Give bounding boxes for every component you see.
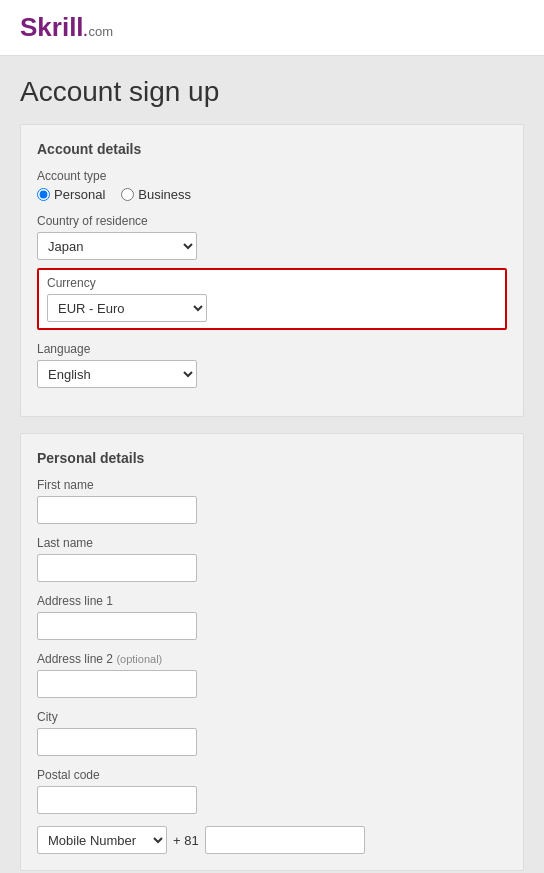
radio-personal-option[interactable]: Personal — [37, 187, 105, 202]
personal-details-title: Personal details — [37, 450, 507, 466]
language-select[interactable]: English German French Spanish — [37, 360, 197, 388]
postal-code-label: Postal code — [37, 768, 507, 782]
last-name-label: Last name — [37, 536, 507, 550]
radio-personal[interactable] — [37, 188, 50, 201]
first-name-field: First name — [37, 478, 507, 524]
account-details-section: Account details Account type Personal Bu… — [20, 124, 524, 417]
account-type-label: Account type — [37, 169, 507, 183]
account-details-title: Account details — [37, 141, 507, 157]
language-field: Language English German French Spanish — [37, 342, 507, 388]
currency-select[interactable]: EUR - Euro USD - Dollar GBP - Pound JPY … — [47, 294, 207, 322]
city-label: City — [37, 710, 507, 724]
currency-field-group: Currency EUR - Euro USD - Dollar GBP - P… — [37, 268, 507, 330]
first-name-label: First name — [37, 478, 507, 492]
last-name-field: Last name — [37, 536, 507, 582]
page-title: Account sign up — [20, 76, 524, 108]
account-type-radio-group: Personal Business — [37, 187, 507, 202]
city-field: City — [37, 710, 507, 756]
logo-dot: . — [84, 23, 88, 39]
first-name-input[interactable] — [37, 496, 197, 524]
address2-optional-label: (optional) — [116, 653, 162, 665]
phone-field: Mobile Number Home Number Work Number + … — [37, 826, 507, 854]
country-field: Country of residence Japan United States… — [37, 214, 507, 260]
logo-com: com — [88, 24, 113, 39]
currency-highlight-box: Currency EUR - Euro USD - Dollar GBP - P… — [37, 268, 507, 330]
phone-number-input[interactable] — [205, 826, 365, 854]
header: Skrill . com — [0, 0, 544, 56]
personal-details-section: Personal details First name Last name Ad… — [20, 433, 524, 871]
radio-business[interactable] — [121, 188, 134, 201]
city-input[interactable] — [37, 728, 197, 756]
main-content: Account sign up Account details Account … — [0, 56, 544, 873]
account-type-field: Account type Personal Business — [37, 169, 507, 202]
radio-business-label: Business — [138, 187, 191, 202]
address2-label: Address line 2 (optional) — [37, 652, 507, 666]
address1-field: Address line 1 — [37, 594, 507, 640]
last-name-input[interactable] — [37, 554, 197, 582]
radio-personal-label: Personal — [54, 187, 105, 202]
country-select[interactable]: Japan United States United Kingdom Germa… — [37, 232, 197, 260]
phone-type-select[interactable]: Mobile Number Home Number Work Number — [37, 826, 167, 854]
logo: Skrill . com — [20, 12, 524, 43]
phone-prefix: + 81 — [173, 833, 199, 848]
postal-code-field: Postal code — [37, 768, 507, 814]
logo-skrill: Skrill — [20, 12, 84, 43]
address1-label: Address line 1 — [37, 594, 507, 608]
address2-input[interactable] — [37, 670, 197, 698]
address1-input[interactable] — [37, 612, 197, 640]
country-label: Country of residence — [37, 214, 507, 228]
language-label: Language — [37, 342, 507, 356]
currency-label: Currency — [47, 276, 497, 290]
radio-business-option[interactable]: Business — [121, 187, 191, 202]
postal-code-input[interactable] — [37, 786, 197, 814]
address2-field: Address line 2 (optional) — [37, 652, 507, 698]
